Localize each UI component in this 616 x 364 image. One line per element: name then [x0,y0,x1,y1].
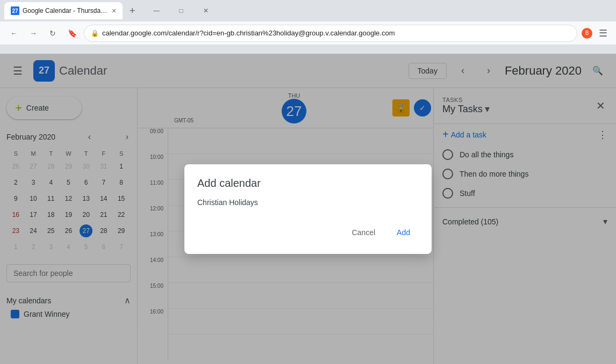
minimize-button[interactable]: — [144,3,169,19]
add-calendar-dialog: Add calendar Christian Holidays Cancel A… [184,164,432,254]
forward-button[interactable]: → [26,26,41,41]
tab-close-button[interactable]: × [112,6,116,15]
tab-title: Google Calendar - Thursday, Febr... [23,7,109,14]
brave-icon: B [582,28,592,39]
browser-chrome: 27 Google Calendar - Thursday, Febr... ×… [0,0,616,54]
new-tab-button[interactable]: + [125,3,140,18]
back-button[interactable]: ← [6,26,22,41]
dialog-content: Christian Holidays [197,198,419,207]
dialog-actions: Cancel Add [197,224,419,241]
add-button[interactable]: Add [388,224,419,241]
dialog-overlay: Add calendar Christian Holidays Cancel A… [0,54,616,364]
close-button[interactable]: ✕ [194,3,218,19]
url-text: calendar.google.com/calendar/r?cid=en-gb… [102,29,570,37]
lock-icon: 🔒 [91,30,99,37]
restore-button[interactable]: □ [169,3,194,19]
browser-menu-button[interactable]: ☰ [597,25,610,41]
browser-toolbar: ← → ↻ 🔖 🔒 calendar.google.com/calendar/r… [0,21,616,45]
tab-favicon: 27 [11,6,19,15]
browser-titlebar: 27 Google Calendar - Thursday, Febr... ×… [0,0,616,21]
bookmark-button[interactable]: 🔖 [65,26,80,41]
dialog-title: Add calendar [197,177,419,190]
window-controls: — □ ✕ [144,3,218,19]
reload-button[interactable]: ↻ [45,26,60,41]
browser-tab[interactable]: 27 Google Calendar - Thursday, Febr... × [4,2,123,19]
address-bar[interactable]: 🔒 calendar.google.com/calendar/r?cid=en-… [84,25,577,42]
cancel-button[interactable]: Cancel [343,224,384,241]
